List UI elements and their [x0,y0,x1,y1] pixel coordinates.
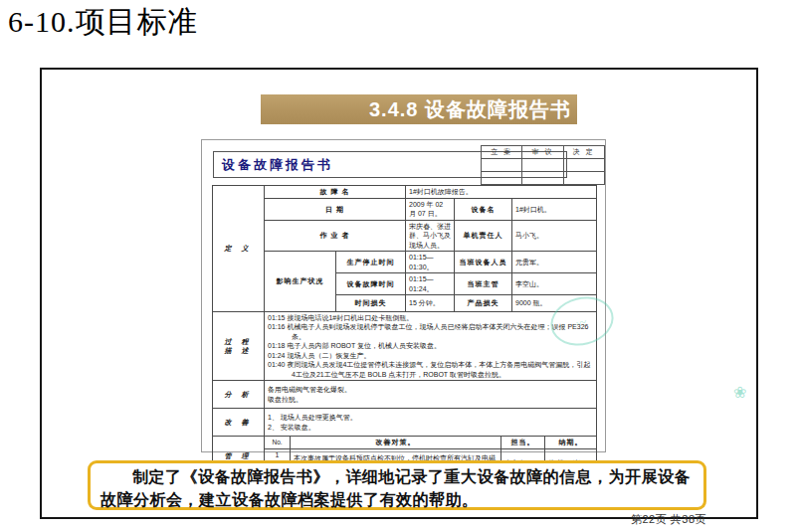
stop-time-value: 01:15—01:30。 [406,252,455,273]
machine-owner-label: 单机责任人 [455,220,512,251]
duty-manager-value: 李空山。 [512,273,597,295]
improve-line: 1、 现场人员处理更换气管。 [268,413,593,422]
equipment-label: 设备名 [455,199,512,221]
table-row: 作 业 者 宋庆春、张进群、马小飞及现场人员。 单机责任人 马小飞。 [213,220,597,251]
manage-owner-header: 担当。 [501,437,545,449]
stop-time-label: 生产停止时间 [336,252,406,273]
approval-cell-empty [563,172,604,185]
summary-text: 制定了《设备故障报告书》，详细地记录了重大设备故障的信息，为开展设备故障分析会，… [100,468,691,508]
page-number: 第22页 共38页 [631,512,706,527]
section-definition: 定 义 [213,186,265,312]
approval-cell-empty [522,172,563,185]
section-banner: 3.4.8 设备故障报告书 [261,94,577,124]
table-row: 改 善 1、 现场人员处理更换气管。 2、 安装吸盘。 [213,409,597,437]
product-loss-label: 产品损失 [455,294,512,311]
improve-content: 1、 现场人员处理更换气管。 2、 安装吸盘。 [265,409,597,437]
section-process: 过 程 描 述 [213,311,265,380]
time-loss-label: 时间损失 [336,294,406,311]
table-row: 分 析 备用电磁阀气管老化爆裂。 吸盘拉脱。 [213,381,597,409]
manage-due-header: 纳期。 [545,437,597,449]
approval-col-3: 决 定 [563,146,604,159]
analysis-line: 吸盘拉脱。 [268,395,593,404]
approval-cell-empty [563,159,604,172]
banner-title: 3.4.8 设备故障报告书 [369,96,571,123]
table-row: 过 程 描 述 01:15 接现场电话说1#封口机出口处卡瓶倒瓶。 01:16 … [213,311,597,380]
failure-name-label: 故 障 名 [265,186,406,199]
failure-report-document: 设备故障报告书 立 案 审 议 决 定 定 义 故 障 名 1#封口机故障报告。 [201,139,606,452]
approval-cell-empty [522,159,563,172]
impact-label: 影响生产状况 [265,252,336,312]
duty-staff-label: 当班设备人员 [455,252,512,273]
process-line: 01:40 夜间现场人员发现4工位提管停机未连接源气，复位启动本体，本体上方备用… [268,360,593,379]
table-row: 立 案 审 议 决 定 [482,146,605,159]
table-row [482,159,605,172]
operators-label: 作 业 者 [265,220,406,251]
duty-staff-value: 元贵军。 [512,252,597,273]
equipment-value: 1#封口机。 [512,199,597,221]
watermark-flower-icon: ❀ [733,383,746,402]
duty-manager-label: 当班主管 [455,273,512,295]
process-line: 01:18 电子人员内部 ROBOT 复位，机械人员安装吸盘。 [268,341,593,350]
manage-measure-header: 改善对策。 [291,437,501,449]
machine-owner-value: 马小飞。 [512,220,597,251]
table-row: 影响生产状况 生产停止时间 01:15—01:30。 当班设备人员 元贵军。 [213,252,597,273]
section-improve: 改 善 [213,409,265,437]
process-line: 01:15 接现场电话说1#封口机出口处卡瓶倒瓶。 [268,313,593,322]
section-analysis: 分 析 [213,381,265,409]
summary-callout: 制定了《设备故障报告书》，详细地记录了重大设备故障的信息，为开展设备故障分析会，… [88,460,706,510]
process-line: 01:16 机械电子人员到现场发现机停于吸盘工位，现场人员已经将启动本体关闭六头… [268,322,593,341]
approval-table: 立 案 审 议 决 定 [481,145,605,185]
approval-cell-empty [482,159,522,172]
time-loss-value: 15 分钟。 [406,294,455,311]
failure-time-label: 设备故障时间 [336,273,406,295]
approval-cell-empty [482,172,522,185]
approval-col-2: 审 议 [522,146,563,159]
date-value: 2009 年 02 月 07 日。 [406,199,455,221]
operators-value: 宋庆春、张进群、马小飞及现场人员。 [406,220,455,251]
failure-name-value: 1#封口机故障报告。 [406,186,597,199]
failure-report-table: 定 义 故 障 名 1#封口机故障报告。 日 期 2009 年 02 月 07 … [212,185,597,477]
analysis-line: 备用电磁阀气管老化爆裂。 [268,385,593,394]
table-row: No. 改善对策。 担当。 纳期。 [265,437,597,449]
failure-time-value: 01:15—01:24。 [406,273,455,295]
date-label: 日 期 [265,199,406,221]
table-row [482,172,605,185]
process-line: 01:24 现场人员（二）恢复生产。 [268,351,593,360]
table-row: 日 期 2009 年 02 月 07 日。 设备名 1#封口机。 [213,199,597,221]
page-title: 6-10.项目标准 [8,2,199,43]
manage-no-header: No. [265,437,291,449]
improve-line: 2、 安装吸盘。 [268,423,593,432]
analysis-content: 备用电磁阀气管老化爆裂。 吸盘拉脱。 [265,381,597,409]
table-row: 定 义 故 障 名 1#封口机故障报告。 [213,186,597,199]
approval-col-1: 立 案 [482,146,522,159]
process-description: 01:15 接现场电话说1#封口机出口处卡瓶倒瓶。 01:16 机械电子人员到现… [265,311,597,380]
